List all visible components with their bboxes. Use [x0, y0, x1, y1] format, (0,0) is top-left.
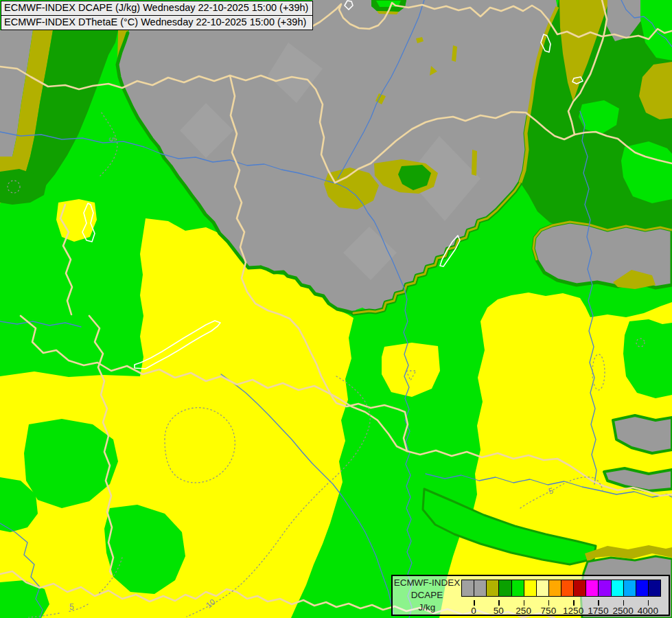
legend-swatch: [598, 580, 611, 597]
legend-swatch: [498, 580, 511, 597]
legend-swatch: [536, 580, 549, 597]
legend-swatch: [611, 580, 624, 597]
legend-swatch: [548, 580, 561, 597]
legend-swatch: [586, 580, 599, 597]
legend-swatch: [511, 580, 524, 597]
contour-value-label: 5: [69, 602, 74, 612]
legend-swatch: [486, 580, 499, 597]
legend-swatch: [636, 580, 649, 597]
map-canvas: [0, 0, 672, 618]
legend-swatch: [561, 580, 574, 597]
legend-title-model: ECMWF-INDEX: [394, 577, 461, 589]
legend-swatch: [573, 580, 586, 597]
legend-tick-label: 250: [515, 606, 531, 616]
legend-swatch: [524, 580, 537, 597]
title-box: ECMWF-INDEX DCAPE (J/kg) Wednesday 22-10…: [1, 1, 313, 30]
legend-titles: ECMWF-INDEX DCAPE J/kg: [393, 576, 461, 615]
legend-box: ECMWF-INDEX DCAPE J/kg 05025075012501750…: [391, 575, 670, 616]
legend-swatch: [474, 580, 487, 597]
title-line-dcape: ECMWF-INDEX DCAPE (J/kg) Wednesday 22-10…: [1, 1, 313, 16]
legend-tick-label: 750: [541, 606, 557, 616]
legend-tick-label: 2500: [613, 606, 634, 616]
legend-tick: [598, 600, 599, 606]
legend-tick-label: 0: [471, 606, 476, 616]
legend-title-unit: J/kg: [419, 602, 436, 614]
legend-tick-label: 1250: [563, 606, 583, 616]
legend-swatch: [623, 580, 636, 597]
legend-swatch: [648, 580, 661, 597]
contour-value-label: 5: [107, 137, 117, 142]
legend-tick: [548, 600, 550, 606]
legend-tick: [498, 600, 500, 606]
legend-tick: [648, 600, 649, 606]
legend-tick-label: 50: [494, 606, 504, 616]
legend-tick: [524, 600, 525, 606]
legend-tick-label: 1750: [588, 606, 608, 616]
legend-tick-label: 4000: [638, 606, 658, 616]
legend-swatch: [461, 580, 474, 597]
weather-map: 55105: [0, 0, 672, 618]
legend-tick: [623, 600, 625, 606]
legend-title-param: DCAPE: [411, 589, 443, 602]
legend-tick: [573, 600, 575, 606]
title-line-dthetae: ECMWF-INDEX DThetaE (°C) Wednesday 22-10…: [1, 15, 313, 30]
legend-tick: [474, 600, 475, 606]
